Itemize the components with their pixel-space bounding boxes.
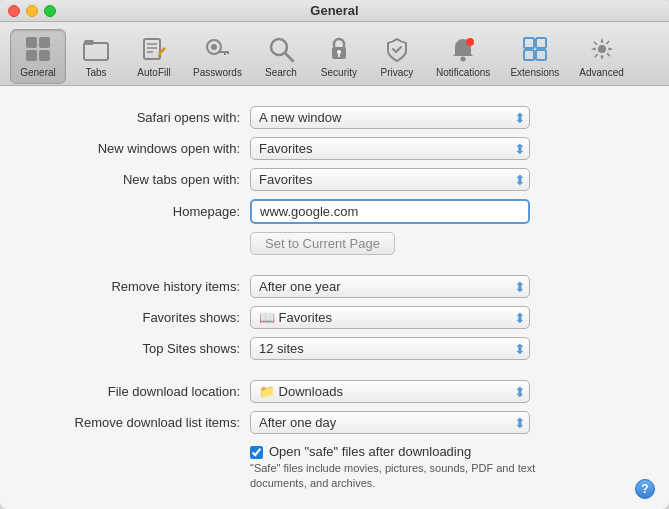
new-tabs-wrapper: Favorites Homepage Empty Page ⬍ bbox=[250, 168, 530, 191]
new-tabs-select[interactable]: Favorites Homepage Empty Page bbox=[250, 168, 530, 191]
window-title: General bbox=[310, 3, 358, 18]
maximize-button[interactable] bbox=[44, 5, 56, 17]
homepage-input[interactable] bbox=[250, 199, 530, 224]
toolbar: General Tabs A bbox=[0, 22, 669, 86]
security-label: Security bbox=[321, 67, 357, 78]
svg-rect-2 bbox=[26, 50, 37, 61]
extensions-icon bbox=[519, 33, 551, 65]
file-download-control: 📁 Downloads Desktop Other... ⬍ bbox=[250, 380, 530, 403]
open-safe-files-row: Open "safe" files after downloading bbox=[250, 444, 639, 459]
favorites-shows-select[interactable]: 📖 Favorites Reading List Bookmarks bbox=[250, 306, 530, 329]
new-tabs-row: New tabs open with: Favorites Homepage E… bbox=[30, 168, 639, 191]
new-windows-wrapper: Favorites Homepage Empty Page ⬍ bbox=[250, 137, 530, 160]
passwords-label: Passwords bbox=[193, 67, 242, 78]
remove-history-row: Remove history items: After one year Aft… bbox=[30, 275, 639, 298]
file-download-row: File download location: 📁 Downloads Desk… bbox=[30, 380, 639, 403]
title-bar: General bbox=[0, 0, 669, 22]
toolbar-privacy[interactable]: Privacy bbox=[369, 28, 425, 85]
privacy-icon bbox=[381, 33, 413, 65]
favorites-shows-wrapper: 📖 Favorites Reading List Bookmarks ⬍ bbox=[250, 306, 530, 329]
tabs-icon bbox=[80, 33, 112, 65]
autofill-icon bbox=[138, 33, 170, 65]
minimize-button[interactable] bbox=[26, 5, 38, 17]
top-sites-row: Top Sites shows: 12 sites 6 sites 24 sit… bbox=[30, 337, 639, 360]
toolbar-tabs[interactable]: Tabs bbox=[68, 28, 124, 85]
top-sites-wrapper: 12 sites 6 sites 24 sites ⬍ bbox=[250, 337, 530, 360]
close-button[interactable] bbox=[8, 5, 20, 17]
toolbar-extensions[interactable]: Extensions bbox=[501, 28, 568, 85]
svg-rect-0 bbox=[26, 37, 37, 48]
svg-rect-22 bbox=[524, 38, 534, 48]
open-safe-files-checkbox[interactable] bbox=[250, 446, 263, 459]
new-windows-label: New windows open with: bbox=[30, 141, 250, 156]
spacer-2 bbox=[30, 368, 639, 380]
safari-opens-with-label: Safari opens with: bbox=[30, 110, 250, 125]
search-label: Search bbox=[265, 67, 297, 78]
new-tabs-control: Favorites Homepage Empty Page ⬍ bbox=[250, 168, 530, 191]
new-windows-row: New windows open with: Favorites Homepag… bbox=[30, 137, 639, 160]
file-download-wrapper: 📁 Downloads Desktop Other... ⬍ bbox=[250, 380, 530, 403]
toolbar-passwords[interactable]: Passwords bbox=[184, 28, 251, 85]
remove-history-label: Remove history items: bbox=[30, 279, 250, 294]
safari-opens-with-control: A new window A new tab Same page ⬍ bbox=[250, 106, 530, 129]
svg-point-20 bbox=[466, 38, 474, 46]
security-icon bbox=[323, 33, 355, 65]
file-download-select[interactable]: 📁 Downloads Desktop Other... bbox=[250, 380, 530, 403]
privacy-label: Privacy bbox=[381, 67, 414, 78]
autofill-label: AutoFill bbox=[137, 67, 170, 78]
toolbar-general[interactable]: General bbox=[10, 29, 66, 84]
general-icon bbox=[22, 33, 54, 65]
toolbar-notifications[interactable]: Notifications bbox=[427, 28, 499, 85]
safari-preferences-window: General General Tabs bbox=[0, 0, 669, 509]
remove-download-control: After one day After successful download … bbox=[250, 411, 530, 434]
notifications-label: Notifications bbox=[436, 67, 490, 78]
open-safe-files-label: Open "safe" files after downloading bbox=[269, 444, 471, 459]
svg-point-21 bbox=[461, 57, 466, 62]
set-current-page-button[interactable]: Set to Current Page bbox=[250, 232, 395, 255]
help-button[interactable]: ? bbox=[635, 479, 655, 499]
remove-history-select[interactable]: After one year After one day After one w… bbox=[250, 275, 530, 298]
search-icon bbox=[265, 33, 297, 65]
passwords-icon bbox=[201, 33, 233, 65]
toolbar-autofill[interactable]: AutoFill bbox=[126, 28, 182, 85]
new-windows-select[interactable]: Favorites Homepage Empty Page bbox=[250, 137, 530, 160]
remove-download-row: Remove download list items: After one da… bbox=[30, 411, 639, 434]
extensions-label: Extensions bbox=[510, 67, 559, 78]
tabs-label: Tabs bbox=[85, 67, 106, 78]
safari-opens-with-row: Safari opens with: A new window A new ta… bbox=[30, 106, 639, 129]
homepage-control bbox=[250, 199, 530, 224]
toolbar-security[interactable]: Security bbox=[311, 28, 367, 85]
toolbar-advanced[interactable]: Advanced bbox=[570, 28, 632, 85]
remove-download-wrapper: After one day After successful download … bbox=[250, 411, 530, 434]
svg-point-26 bbox=[598, 45, 606, 53]
svg-point-11 bbox=[211, 44, 217, 50]
svg-rect-23 bbox=[536, 38, 546, 48]
favorites-shows-control: 📖 Favorites Reading List Bookmarks ⬍ bbox=[250, 306, 530, 329]
toolbar-search[interactable]: Search bbox=[253, 28, 309, 85]
new-windows-control: Favorites Homepage Empty Page ⬍ bbox=[250, 137, 530, 160]
notifications-icon bbox=[447, 33, 479, 65]
remove-download-select[interactable]: After one day After successful download … bbox=[250, 411, 530, 434]
top-sites-control: 12 sites 6 sites 24 sites ⬍ bbox=[250, 337, 530, 360]
advanced-icon bbox=[586, 33, 618, 65]
svg-rect-1 bbox=[39, 37, 50, 48]
content-area: Safari opens with: A new window A new ta… bbox=[0, 86, 669, 509]
homepage-label: Homepage: bbox=[30, 204, 250, 219]
new-tabs-label: New tabs open with: bbox=[30, 172, 250, 187]
safari-opens-with-select[interactable]: A new window A new tab Same page bbox=[250, 106, 530, 129]
advanced-label: Advanced bbox=[579, 67, 623, 78]
svg-rect-25 bbox=[536, 50, 546, 60]
remove-history-control: After one year After one day After one w… bbox=[250, 275, 530, 298]
homepage-row: Homepage: bbox=[30, 199, 639, 224]
svg-rect-3 bbox=[39, 50, 50, 61]
favorites-shows-row: Favorites shows: 📖 Favorites Reading Lis… bbox=[30, 306, 639, 329]
top-sites-label: Top Sites shows: bbox=[30, 341, 250, 356]
top-sites-select[interactable]: 12 sites 6 sites 24 sites bbox=[250, 337, 530, 360]
svg-point-18 bbox=[337, 50, 341, 54]
safari-opens-with-wrapper: A new window A new tab Same page ⬍ bbox=[250, 106, 530, 129]
file-download-label: File download location: bbox=[30, 384, 250, 399]
safe-files-note: "Safe" files include movies, pictures, s… bbox=[250, 461, 550, 492]
svg-rect-6 bbox=[144, 39, 160, 59]
favorites-shows-label: Favorites shows: bbox=[30, 310, 250, 325]
remove-history-wrapper: After one year After one day After one w… bbox=[250, 275, 530, 298]
